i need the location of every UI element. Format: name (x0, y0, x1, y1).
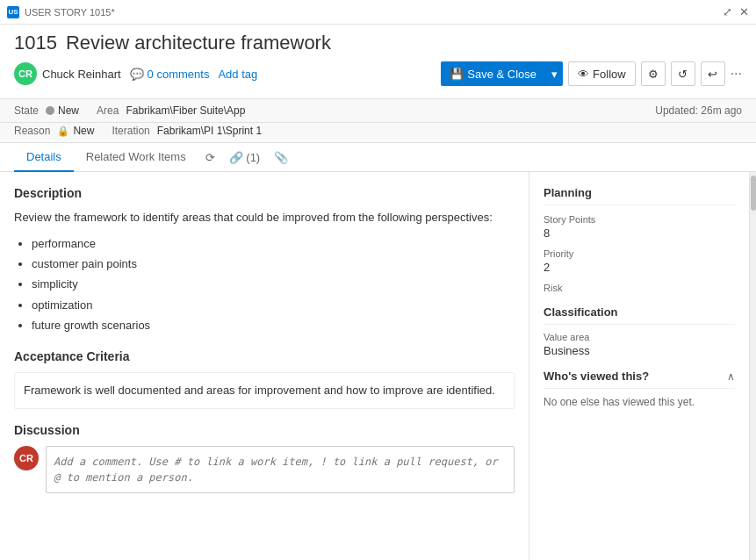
undo-button[interactable]: ↩ (701, 61, 725, 86)
acceptance-criteria-section: Acceptance Criteria Framework is well do… (14, 349, 515, 409)
right-panel: Planning Story Points 8 Priority 2 Risk … (529, 172, 749, 560)
lock-icon: 🔒 (57, 126, 69, 137)
close-icon[interactable]: ✕ (739, 5, 749, 18)
list-item: future growth scenarios (32, 315, 515, 335)
comments-button[interactable]: 💬 0 comments (130, 68, 210, 81)
description-list: performance customer pain points simplic… (32, 233, 515, 336)
iteration-field: Iteration Fabrikam\PI 1\Sprint 1 (112, 125, 262, 137)
link-icon: 🔗 (229, 151, 243, 164)
author-avatar: CR (14, 62, 37, 85)
attachments-button[interactable]: 📎 (267, 144, 295, 171)
area-field: Area Fabrikam\Fiber Suite\App (97, 104, 245, 117)
settings-button[interactable]: ⚙ (641, 61, 666, 86)
title-bar-left: US USER STORY 1015* (7, 6, 115, 18)
whos-viewed-title: Who's viewed this? (544, 370, 649, 383)
history-icon[interactable]: ⟳ (198, 144, 222, 171)
comment-area: CR (14, 446, 515, 493)
state-field: State New (14, 104, 79, 117)
refresh-icon: ↺ (678, 68, 688, 81)
scroll-thumb[interactable] (751, 176, 756, 211)
main-content: Description Review the framework to iden… (0, 172, 756, 560)
description-intro: Review the framework to identify areas t… (14, 209, 515, 226)
follow-icon: 👁 (578, 68, 589, 81)
description-section: Description Review the framework to iden… (14, 186, 515, 335)
attach-icon: 📎 (274, 151, 288, 164)
reason-field: Reason 🔒 New (14, 125, 94, 137)
work-item-id-title: 1015 Review architecture framework (14, 32, 742, 54)
whos-viewed-section: Who's viewed this? ∧ (544, 370, 735, 389)
header: 1015 Review architecture framework CR Ch… (0, 25, 756, 99)
list-item: customer pain points (32, 254, 515, 274)
author-name: Chuck Reinhart (42, 68, 121, 81)
tab-details[interactable]: Details (14, 143, 74, 172)
settings-icon: ⚙ (648, 68, 659, 81)
left-panel: Description Review the framework to iden… (0, 172, 529, 560)
list-item: optimization (32, 295, 515, 315)
discussion-section: Discussion CR (14, 423, 515, 493)
work-item-icon: US (7, 6, 19, 18)
save-icon: 💾 (450, 68, 464, 81)
title-bar-label: USER STORY 1015* (25, 7, 115, 18)
follow-button[interactable]: 👁 Follow (568, 61, 636, 86)
comment-input[interactable] (46, 446, 515, 493)
fields-row-2: Reason 🔒 New Iteration Fabrikam\PI 1\Spr… (0, 123, 756, 143)
state-dot (46, 106, 54, 115)
title-bar: US USER STORY 1015* ⤢ ✕ (0, 0, 756, 25)
no-viewed-text: No one else has viewed this yet. (544, 396, 735, 408)
more-button[interactable]: ··· (731, 66, 742, 82)
add-tag-button[interactable]: Add tag (218, 68, 257, 81)
value-area-field: Value area Business (544, 332, 735, 357)
acceptance-criteria-title: Acceptance Criteria (14, 349, 515, 363)
work-item-title: Review architecture framework (66, 32, 331, 54)
chevron-up-icon[interactable]: ∧ (727, 370, 735, 383)
save-close-dropdown[interactable]: ▾ (546, 61, 563, 86)
story-points-field: Story Points 8 (544, 214, 735, 240)
list-item: performance (32, 233, 515, 254)
planning-title: Planning (544, 186, 735, 205)
tab-related-work-items[interactable]: Related Work Items (74, 143, 198, 172)
comment-icon: 💬 (130, 68, 144, 81)
scrollbar[interactable] (749, 172, 756, 560)
acceptance-criteria-text: Framework is well documented and areas f… (14, 372, 515, 409)
discussion-title: Discussion (14, 423, 515, 437)
save-close-main[interactable]: 💾 Save & Close (441, 61, 546, 86)
updated-text: Updated: 26m ago (655, 104, 742, 117)
priority-field: Priority 2 (544, 248, 735, 274)
title-bar-right: ⤢ ✕ (723, 5, 749, 18)
toolbar: CR Chuck Reinhart 💬 0 comments Add tag 💾… (14, 61, 742, 86)
save-close-button[interactable]: 💾 Save & Close ▾ (441, 61, 563, 86)
risk-field: Risk (544, 283, 735, 293)
classification-title: Classification (544, 305, 735, 325)
undo-icon: ↩ (708, 68, 717, 81)
list-item: simplicity (32, 274, 515, 294)
fields-row: State New Area Fabrikam\Fiber Suite\App … (0, 99, 756, 123)
work-item-id: 1015 (14, 32, 57, 54)
tabs: Details Related Work Items ⟳ 🔗 (1) 📎 (0, 143, 756, 172)
description-title: Description (14, 186, 515, 200)
expand-icon[interactable]: ⤢ (723, 5, 732, 18)
comment-avatar: CR (14, 446, 39, 470)
refresh-button[interactable]: ↺ (671, 61, 695, 86)
links-button[interactable]: 🔗 (1) (222, 144, 268, 171)
